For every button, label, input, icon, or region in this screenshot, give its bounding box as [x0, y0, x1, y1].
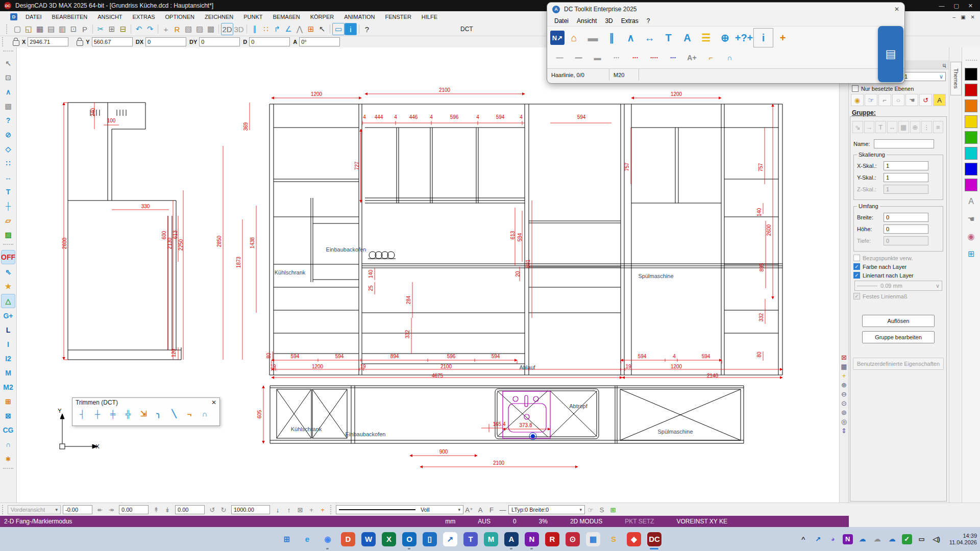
pan-icon[interactable]: ⇕	[840, 426, 848, 435]
color-swatch-5[interactable]	[965, 131, 977, 144]
i2-snap-icon[interactable]: I2	[2, 352, 15, 365]
zoom-out-icon[interactable]: ⊖	[840, 389, 848, 398]
tk-nav-icon[interactable]: N↗	[550, 31, 565, 45]
close-view-icon[interactable]: ⊠	[840, 353, 848, 362]
x-lock-icon[interactable]	[13, 40, 19, 46]
palette-grip[interactable]	[966, 60, 977, 63]
pan-left-cam-icon[interactable]: ↞	[94, 505, 106, 515]
tk-line-thick-icon[interactable]: ▬	[588, 48, 607, 67]
onenote-icon[interactable]: N	[525, 532, 539, 546]
menu-fenster[interactable]: FENSTER	[381, 13, 414, 21]
tk-line-med-icon[interactable]: —	[569, 48, 588, 67]
tk-sphere-icon[interactable]: ⊕	[716, 29, 734, 47]
mode-2d-button[interactable]: 2D	[221, 23, 233, 35]
tangent-snap-icon[interactable]: ⊠	[2, 409, 15, 422]
solid-box-icon[interactable]: ▧	[183, 23, 194, 35]
aufloesen-button[interactable]: Auflösen	[862, 315, 935, 327]
trim-double-icon[interactable]: ╪	[105, 407, 120, 420]
toolkit-close-icon[interactable]: ✕	[894, 6, 899, 13]
only-used-layers-checkbox[interactable]	[852, 85, 859, 92]
toolkit-save-panel[interactable]: ▤	[878, 26, 903, 82]
x-skal-input[interactable]: 1	[884, 161, 928, 170]
tray-speaker-icon[interactable]: ◁)	[932, 534, 942, 544]
tk-font-icon[interactable]: A	[678, 29, 697, 47]
quick-assist-icon[interactable]: ↗	[443, 532, 457, 546]
coordbar-grip[interactable]	[2, 37, 6, 46]
mdi-restore-button[interactable]: ▣	[961, 14, 965, 20]
camera-reset-icon[interactable]: ⊠	[295, 505, 306, 515]
m-snap-icon[interactable]: M	[2, 366, 15, 380]
cut-icon[interactable]: ✂	[95, 23, 106, 35]
color-swatch-2[interactable]	[965, 84, 977, 96]
center-snap-icon[interactable]: ⊞	[2, 395, 15, 408]
tk-dimension-icon[interactable]: ↔	[640, 29, 659, 47]
system-monitor-icon[interactable]: ▦	[586, 532, 600, 546]
camera-app-icon[interactable]: ⊙	[566, 532, 580, 546]
tk-menu-ansicht[interactable]: Ansicht	[574, 17, 600, 25]
festes-linienmass-checkbox[interactable]: ✓	[853, 293, 860, 299]
tray-onedrive-icon[interactable]: ☁	[857, 534, 868, 544]
tk-furniture-icon[interactable]: ⌂	[565, 29, 583, 47]
teal-app-icon[interactable]: M	[484, 532, 498, 546]
palette-icon[interactable]: ◉	[851, 94, 864, 106]
breite-input[interactable]: 0	[884, 213, 928, 222]
bezugspunkte-checkbox[interactable]	[853, 255, 860, 261]
tray-defender-icon[interactable]: ✓	[902, 534, 912, 544]
group-move-icon[interactable]: →	[864, 121, 875, 133]
status-units[interactable]: mm	[445, 518, 455, 525]
tk-menu-extras[interactable]: Extras	[618, 17, 642, 25]
drawing-canvas[interactable]: 1200210012004444444645964594459472761359…	[17, 47, 848, 503]
swatch-mixer-icon[interactable]: ⊞	[965, 247, 977, 260]
tk-camera-icon[interactable]: +	[773, 29, 792, 47]
trim-cross-icon[interactable]: ┼	[90, 407, 105, 420]
tray-display-icon[interactable]: ▭	[917, 534, 927, 544]
menu-bearbeiten[interactable]: BEARBEITEN	[48, 13, 91, 21]
point-relative-icon[interactable]: R	[172, 23, 183, 35]
tk-line-icon[interactable]: ▬	[583, 29, 602, 47]
tk-font-add-icon[interactable]: A+	[682, 48, 701, 67]
toolbar-grip[interactable]	[6, 24, 10, 34]
tk-dash-red-icon[interactable]: ∙∙∙	[626, 48, 645, 67]
bottombar-grip[interactable]	[2, 505, 6, 514]
menu-animation[interactable]: ANIMATION	[340, 13, 378, 21]
zoom-window-icon[interactable]: ⊡	[2, 71, 15, 84]
solid-union-icon[interactable]: ▩	[205, 23, 216, 35]
print-settings-icon[interactable]: ▥	[57, 23, 68, 35]
multi-select-icon[interactable]: ⇖	[2, 265, 15, 279]
tk-menu-datei[interactable]: Datei	[551, 17, 572, 25]
group-hatch-icon[interactable]: ▦	[898, 121, 909, 133]
dct-toolbar-label[interactable]: DCT	[460, 26, 473, 33]
parallel-icon[interactable]: ∥	[249, 23, 260, 35]
open-icon[interactable]: ◱	[23, 23, 34, 35]
select-arrow-icon[interactable]: ↖	[2, 57, 15, 70]
close-button[interactable]: ✕	[968, 3, 973, 9]
zoom-fit-icon[interactable]: ⊚	[840, 408, 848, 417]
layer-select[interactable]: 1 ∨	[902, 72, 946, 81]
zoom-prev-icon[interactable]: ◎	[840, 417, 848, 426]
name-input[interactable]	[874, 139, 934, 148]
set-point-icon[interactable]: +	[160, 23, 172, 35]
start-button[interactable]: ⊞	[280, 532, 294, 546]
color-swatch-4[interactable]	[965, 115, 977, 128]
toolkit-titlebar[interactable]: A DC Toolkit Enterprise 2025 ✕	[547, 3, 904, 16]
status-zero[interactable]: 0	[513, 518, 517, 525]
menu-optionen[interactable]: OPTIONEN	[162, 13, 198, 21]
tray-copilot-icon[interactable]: ◕	[828, 534, 838, 544]
menu-koerper[interactable]: KÖRPER	[307, 13, 337, 21]
pan-down-cam-icon[interactable]: ↡	[162, 505, 173, 515]
cg-snap-icon[interactable]: CG	[2, 423, 15, 437]
word-icon[interactable]: W	[361, 532, 376, 546]
tk-text-icon[interactable]: T	[659, 29, 678, 47]
app-store-icon[interactable]: A	[504, 532, 519, 546]
status-voreinst[interactable]: VOREINST XY KE	[676, 518, 727, 525]
group-text-icon[interactable]: T	[875, 121, 886, 133]
sublime-icon[interactable]: S	[606, 532, 621, 546]
hand2-icon[interactable]: ☚	[965, 212, 977, 226]
tray-cloud2-icon[interactable]: ☁	[887, 534, 897, 544]
zoom-in-icon[interactable]: ⊕	[840, 380, 848, 389]
status-pct[interactable]: 3%	[539, 518, 548, 525]
ornament-icon[interactable]: ∗	[2, 452, 15, 465]
trim-box-icon[interactable]: ╬	[120, 407, 136, 420]
handles-icon[interactable]: ⊞	[305, 23, 316, 35]
chamfer-icon[interactable]: ╲	[166, 407, 182, 420]
